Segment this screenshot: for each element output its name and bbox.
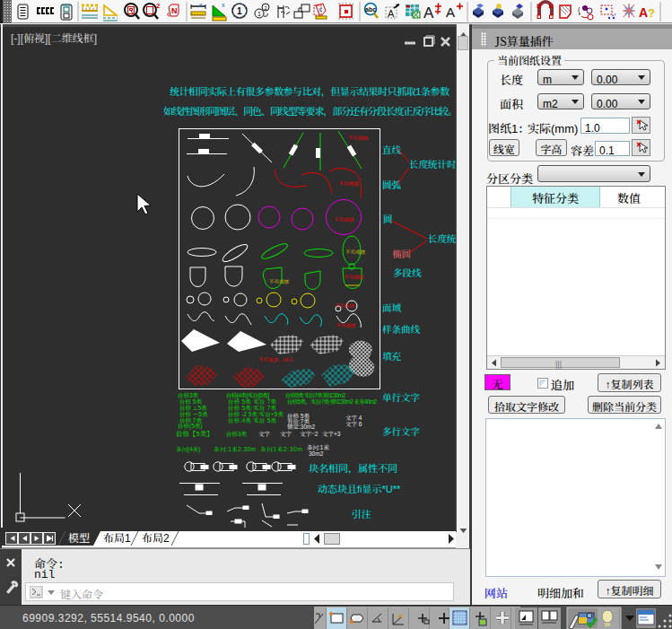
svg-text:长度统计时: 长度统计时 xyxy=(409,157,456,170)
svg-text:A: A xyxy=(639,3,648,21)
svg-text:条河1米2:30m: 条河1米2:30m xyxy=(260,445,302,453)
svg-text:样条曲线: 样条曲线 xyxy=(382,322,420,336)
svg-text:不易成绩: 不易成绩 xyxy=(344,274,364,281)
svg-text:引注: 引注 xyxy=(352,506,371,520)
svg-text:单行文字: 单行文字 xyxy=(382,390,420,404)
svg-text:x: x xyxy=(199,0,203,9)
svg-text:面域: 面域 xyxy=(382,301,401,314)
svg-text:不易成绩: 不易成绩 xyxy=(269,278,290,285)
svg-text:椭圆: 椭圆 xyxy=(392,247,411,260)
svg-text:不易成绩: 不易成绩 xyxy=(338,180,359,188)
svg-text:不易成绩: 不易成绩 xyxy=(334,216,354,223)
svg-text:布局2: 布局2 xyxy=(142,529,170,545)
svg-text:N: N xyxy=(171,4,178,16)
svg-text:长度统: 长度统 xyxy=(428,232,456,245)
svg-text:动态块且fi显示*U**: 动态块且fi显示*U** xyxy=(318,481,401,495)
svg-text:多行文字: 多行文字 xyxy=(382,424,420,438)
svg-text:1: 1 xyxy=(237,4,242,17)
svg-text:A: A xyxy=(446,2,455,21)
svg-text:价格3类: 价格3类 xyxy=(226,430,248,438)
svg-text:统计相同实际上有很多参数参与比对，但显示结果时只抓取1条参数: 统计相同实际上有很多参数参与比对，但显示结果时只抓取1条参数 xyxy=(170,83,449,98)
svg-text:文字+3: 文字+3 xyxy=(322,430,341,438)
svg-text:不易成绩: 不易成绩 xyxy=(348,135,369,142)
svg-text:?: ? xyxy=(648,4,655,21)
svg-text:条河:1米2.30m: 条河:1米2.30m xyxy=(214,445,256,453)
svg-text:模型: 模型 xyxy=(68,529,90,545)
svg-text:不易复杂，混合: 不易复杂，混合 xyxy=(258,356,293,363)
svg-text:填充: 填充 xyxy=(382,349,401,363)
svg-text:不易区别: 不易区别 xyxy=(335,302,355,310)
svg-text:abc: abc xyxy=(365,4,376,13)
svg-text:1: 1 xyxy=(257,9,261,18)
svg-text:圆: 圆 xyxy=(383,212,393,225)
svg-text:文字 6: 文字 6 xyxy=(345,420,362,428)
svg-text:[-][俯视][二维线框]: [-][俯视][二维线框] xyxy=(11,30,97,45)
svg-text:30m2: 30m2 xyxy=(309,450,324,458)
svg-text:不易成绩: 不易成绩 xyxy=(336,322,356,329)
svg-text:布局1: 布局1 xyxy=(103,529,131,545)
svg-text:如线性图形同图层、同色、同线型等要求，部分还有分段长度正反序: 如线性图形同图层、同色、同线型等要求，部分还有分段长度正反序比较。 xyxy=(163,103,456,118)
svg-text:条河(4米): 条河(4米) xyxy=(176,445,200,453)
svg-text:价格5类，实价7类·锁定30m2 未来40m2: 价格5类，实价7类·锁定30m2 未来40m2 xyxy=(287,397,377,406)
svg-text:价格【5类】: 价格【5类】 xyxy=(176,428,214,438)
svg-text:文字~2: 文字~2 xyxy=(300,430,319,438)
svg-text:2: 2 xyxy=(156,0,161,10)
svg-text:A: A xyxy=(423,0,434,22)
svg-text:价格:4类 实价 5类: 价格:4类 实价 5类 xyxy=(228,416,277,424)
svg-text:文字: 文字 xyxy=(258,430,271,438)
svg-text:不易成绩: 不易成绩 xyxy=(345,249,366,256)
svg-text:圆弧: 圆弧 xyxy=(382,178,401,191)
svg-text:x: x xyxy=(319,4,322,13)
svg-text:多段线: 多段线 xyxy=(393,266,422,279)
svg-text:块名相同，属性不同: 块名相同，属性不同 xyxy=(309,460,397,475)
svg-text:x: x xyxy=(222,0,225,9)
svg-text:文字: 文字 xyxy=(280,430,292,438)
